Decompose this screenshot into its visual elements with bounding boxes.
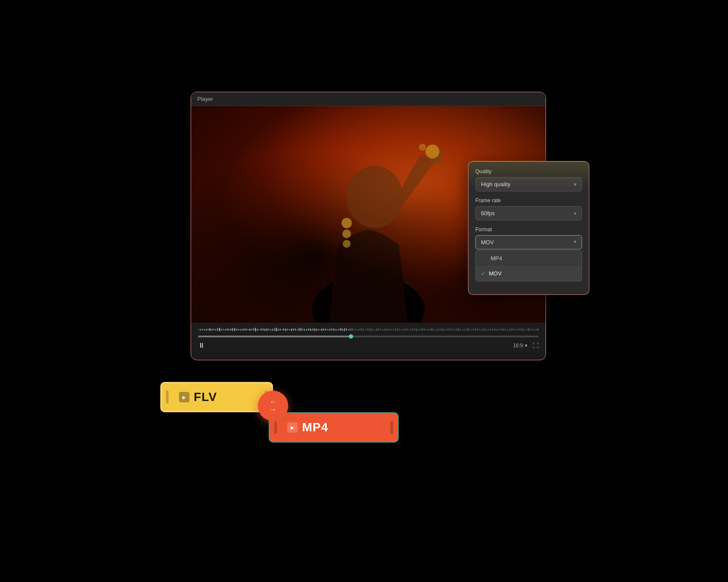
wave-bar xyxy=(351,328,352,331)
wave-bar xyxy=(446,329,447,330)
wave-bar xyxy=(299,328,299,331)
wave-bar xyxy=(399,329,400,330)
flv-play-icon: ▶ xyxy=(179,392,189,402)
wave-bar xyxy=(355,329,356,330)
wave-bar xyxy=(232,328,233,331)
wave-bar xyxy=(401,329,402,330)
wave-bar xyxy=(494,328,495,331)
wave-bar xyxy=(465,329,466,330)
wave-bar xyxy=(259,329,260,330)
wave-bar xyxy=(536,329,536,331)
wave-bar xyxy=(300,328,301,331)
aspect-chevron: ▾ xyxy=(525,343,527,349)
player-titlebar: Player xyxy=(191,92,546,106)
wave-bar xyxy=(458,328,458,331)
wave-bar xyxy=(464,329,465,331)
wave-bar xyxy=(517,329,517,331)
wave-bar xyxy=(460,329,461,330)
player-title: Player xyxy=(197,96,213,102)
wave-bar xyxy=(350,329,351,331)
controls-right: 16:9 ▾ ⛶ xyxy=(513,342,539,349)
flv-badge: ▶ FLV xyxy=(160,382,273,412)
wave-bar xyxy=(378,328,379,331)
format-value: MOV xyxy=(481,239,494,246)
wave-bar xyxy=(528,328,529,331)
fullscreen-button[interactable]: ⛶ xyxy=(533,342,539,349)
player-controls: (function() { const waveform = document.… xyxy=(191,323,546,353)
wave-bar xyxy=(234,328,235,331)
wave-bar xyxy=(289,329,290,330)
wave-bar xyxy=(442,329,443,331)
wave-bar xyxy=(450,329,451,331)
wave-bar xyxy=(422,328,422,331)
wave-bar xyxy=(280,329,280,330)
wave-bar xyxy=(496,329,497,331)
wave-bar xyxy=(219,328,220,331)
wave-bar xyxy=(382,329,383,330)
wave-bar xyxy=(475,328,476,331)
convert-button[interactable]: ← → xyxy=(258,391,288,421)
framerate-value: 60fps xyxy=(481,210,495,217)
wave-bar xyxy=(448,328,449,331)
wave-bar xyxy=(445,329,445,330)
wave-bar xyxy=(365,329,366,330)
wave-bar xyxy=(242,329,243,331)
wave-bar xyxy=(424,329,425,331)
wave-bar xyxy=(537,328,538,331)
format-chevron: ▴ xyxy=(574,239,576,246)
wave-bar xyxy=(369,328,370,331)
wave-bar xyxy=(244,328,244,331)
wave-bar xyxy=(532,329,533,330)
wave-bar xyxy=(319,329,320,330)
wave-bar xyxy=(198,329,199,330)
wave-bar xyxy=(209,328,210,331)
format-select[interactable]: MOV ▴ xyxy=(475,235,582,249)
wave-bar xyxy=(285,329,286,331)
wave-bar xyxy=(312,329,313,330)
wave-bar xyxy=(310,329,311,331)
timeline-thumb xyxy=(349,334,353,339)
quality-label: Quality xyxy=(475,168,582,175)
wave-bar xyxy=(390,329,390,331)
framerate-setting: Frame rate 60fps ▾ xyxy=(475,197,582,220)
format-option-mp4[interactable]: MP4 xyxy=(476,251,582,266)
quality-chevron: ▾ xyxy=(574,181,576,188)
mp4-option-label: MP4 xyxy=(491,255,502,262)
wave-bar xyxy=(270,329,271,330)
wave-bar xyxy=(247,329,248,330)
wave-bar xyxy=(251,329,252,330)
wave-bar xyxy=(329,329,330,331)
pause-button[interactable]: ⏸ xyxy=(198,342,205,349)
wave-bar xyxy=(348,329,349,330)
wave-bar xyxy=(477,329,478,331)
wave-bar xyxy=(473,329,474,330)
wave-bar xyxy=(263,328,263,331)
wave-bar xyxy=(236,329,237,331)
wave-bar xyxy=(224,329,225,330)
wave-bar xyxy=(276,328,276,331)
wave-bar xyxy=(429,329,430,331)
wave-bar xyxy=(374,329,375,330)
wave-bar xyxy=(306,329,307,330)
mp4-play-icon: ▶ xyxy=(287,422,298,433)
wave-bar xyxy=(295,329,296,330)
wave-bar xyxy=(346,329,347,330)
wave-bar xyxy=(253,328,254,331)
wave-bar xyxy=(526,329,527,330)
wave-bar xyxy=(272,329,273,331)
wave-bar xyxy=(384,329,385,331)
format-label: Format xyxy=(475,226,582,233)
wave-bar xyxy=(403,329,404,331)
wave-bar xyxy=(486,329,487,330)
framerate-label: Frame rate xyxy=(475,197,582,204)
framerate-select[interactable]: 60fps ▾ xyxy=(475,206,582,220)
wave-bar xyxy=(318,329,318,330)
timeline[interactable] xyxy=(198,336,539,337)
wave-bar xyxy=(204,329,205,330)
aspect-ratio-button[interactable]: 16:9 ▾ xyxy=(513,343,527,349)
wave-bar xyxy=(223,329,224,330)
wave-bar xyxy=(462,329,462,330)
format-option-mov[interactable]: ✓ MOV xyxy=(476,266,582,281)
quality-select[interactable]: High quality ▾ xyxy=(475,177,582,191)
wave-bar xyxy=(439,329,440,330)
